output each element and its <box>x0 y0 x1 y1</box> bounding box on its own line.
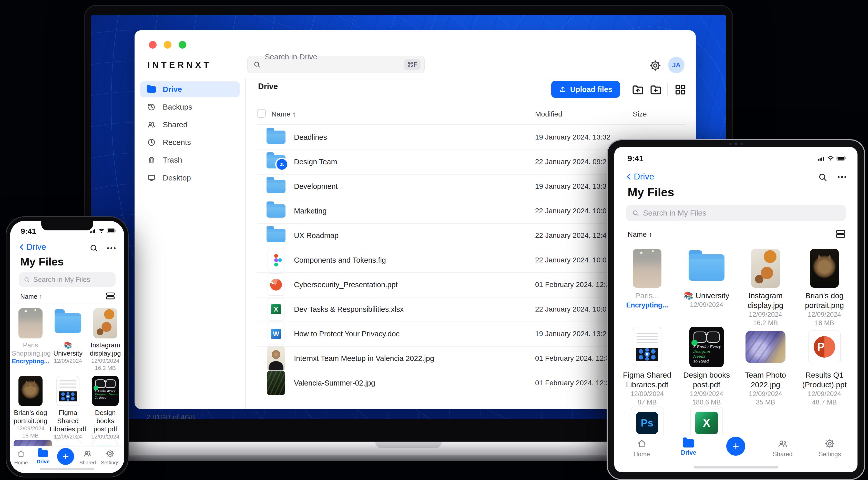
file-date: 12/09/2024 <box>797 390 852 398</box>
grid-item[interactable]: X <box>679 407 735 439</box>
drive-search-input[interactable]: Search in Drive ⌘F <box>247 56 425 73</box>
book-cover-line: To Read <box>95 396 117 400</box>
sidebar-item-desktop[interactable]: Desktop <box>140 170 240 186</box>
add-button[interactable]: + <box>57 448 74 465</box>
powerpoint-file-icon <box>268 273 284 296</box>
grid-item[interactable]: Ps <box>619 407 675 439</box>
file-name: Deadlines <box>294 125 327 149</box>
tab-drive[interactable]: Drive <box>672 438 705 456</box>
tab-label: Home <box>625 451 658 458</box>
home-indicator[interactable] <box>40 468 94 470</box>
file-modified: 22 January 2024. 10:08 <box>535 297 611 321</box>
figma-pdf-thumbnail <box>633 327 661 367</box>
file-date: 12/09/2024 <box>738 310 794 319</box>
column-header-name[interactable]: Name ↑ <box>271 110 296 118</box>
file-name: Team Photo 2022.jpg <box>738 370 794 390</box>
tab-settings[interactable]: Settings <box>813 438 846 458</box>
grid-item[interactable]: Brian's dog portrait.png 12/09/2024 18 M… <box>12 375 49 439</box>
more-icon[interactable] <box>107 247 116 249</box>
encrypting-status: Encrypting... <box>12 357 49 365</box>
sort-control[interactable]: Name ↑ <box>20 293 42 300</box>
book-cover-line: 5 Books Every <box>693 345 724 349</box>
search-placeholder: Search in My Files <box>33 276 90 284</box>
sidebar-item-drive[interactable]: Drive <box>140 81 240 97</box>
search-icon[interactable] <box>817 172 828 182</box>
page-title: My Files <box>628 185 674 199</box>
wifi-icon <box>98 228 105 234</box>
file-name: Instagram display.jpg <box>87 341 124 357</box>
tab-home[interactable]: Home <box>625 438 658 458</box>
tab-settings[interactable]: Settings <box>99 449 122 466</box>
file-date: 12/09/2024 <box>49 433 87 440</box>
back-button[interactable]: Drive <box>624 172 654 181</box>
paris-photo-thumbnail <box>633 249 661 288</box>
encrypting-status: Encrypting... <box>619 301 675 310</box>
chevron-left-icon <box>18 243 26 251</box>
column-header-size[interactable]: Size <box>633 110 647 118</box>
grid-item[interactable]: Paris Shopping.jpg Encrypting... <box>12 308 49 365</box>
tab-shared[interactable]: Shared <box>76 449 99 466</box>
select-all-checkbox[interactable] <box>257 109 266 118</box>
grid-item[interactable]: Paris... Encrypting... <box>619 247 675 310</box>
avatar[interactable]: JA <box>668 57 684 73</box>
history-icon <box>147 102 156 112</box>
gear-icon[interactable] <box>649 59 661 72</box>
minimize-window-button[interactable] <box>164 41 172 49</box>
sidebar-item-backups[interactable]: Backups <box>140 99 240 115</box>
zoom-window-button[interactable] <box>179 41 186 49</box>
sort-control[interactable]: Name ↑ <box>628 230 652 239</box>
figma-pdf-thumbnail <box>56 376 80 406</box>
grid-item[interactable]: 📚 University 12/09/2024 <box>679 247 735 309</box>
file-size: 48.7 MB <box>797 398 852 407</box>
list-view-icon[interactable] <box>105 291 116 301</box>
folder-icon <box>55 313 81 333</box>
close-window-button[interactable] <box>149 41 157 49</box>
grid-item[interactable]: Instagram display.jpg 12/09/2024 16.2 MB <box>87 308 124 372</box>
file-modified: 22 January 2024. 10:08 <box>535 199 611 223</box>
upload-files-button[interactable]: Upload files <box>551 81 620 98</box>
grid-item[interactable]: 5 Books Every Designer Needs To Read Des… <box>679 327 735 407</box>
gear-icon <box>105 449 115 458</box>
column-header-modified[interactable]: Modified <box>535 110 562 118</box>
grid-view-icon[interactable] <box>674 83 687 96</box>
grid-item[interactable]: Instagram display.jpg 12/09/2024 16.2 MB <box>738 247 794 327</box>
tab-home[interactable]: Home <box>10 449 33 466</box>
search-icon <box>253 60 261 69</box>
sidebar-item-recents[interactable]: Recents <box>140 134 240 150</box>
grid-item[interactable]: 📚 University 12/09/2024 <box>49 308 87 365</box>
book-cover-line: Designer Needs <box>95 393 117 396</box>
folder-icon <box>267 204 285 217</box>
powerpoint-logo-icon: P <box>814 336 835 357</box>
grid-item[interactable]: P Results Q1 (Product).ppt 12/09/2024 48… <box>797 327 852 407</box>
file-name: Brian's dog portrait.png <box>797 291 852 310</box>
grid-item[interactable]: Team Photo 2022.jpg 12/09/2024 35 MB <box>738 327 794 407</box>
back-button[interactable]: Drive <box>18 242 46 252</box>
page-title: My Files <box>20 255 64 268</box>
list-view-icon[interactable] <box>835 228 846 240</box>
search-input[interactable]: Search in My Files <box>626 205 846 221</box>
file-name: How to Protect Your Privacy.doc <box>294 321 400 346</box>
file-date: 12/09/2024 <box>797 310 852 319</box>
search-icon[interactable] <box>89 243 99 253</box>
new-folder-icon[interactable] <box>649 83 662 96</box>
home-icon <box>636 438 647 449</box>
add-button[interactable]: + <box>726 437 745 456</box>
search-placeholder: Search in Drive <box>265 53 404 76</box>
sidebar-item-trash[interactable]: Trash <box>140 152 240 168</box>
grid-item[interactable]: Figma Shared Libraries.pdf 12/09/2024 87… <box>49 375 87 447</box>
grid-item[interactable]: Brian's dog portrait.png 12/09/2024 18 M… <box>797 247 852 327</box>
tab-shared[interactable]: Shared <box>766 438 799 458</box>
upload-folder-icon[interactable] <box>631 83 645 96</box>
people-icon <box>147 120 156 129</box>
search-input[interactable]: Search in My Files <box>19 272 116 287</box>
file-modified: 19 January 2024. 13:32 <box>535 125 611 149</box>
status-icons <box>89 228 116 234</box>
grid-item[interactable]: Figma Shared Libraries.pdf 12/09/2024 87… <box>619 327 675 407</box>
storage-usage-label: 2.81GB of 4GB <box>146 413 195 419</box>
more-icon[interactable] <box>838 176 846 178</box>
sidebar-item-shared[interactable]: Shared <box>140 117 240 133</box>
grid-item[interactable]: 5 Books Every Designer Needs To Read Des… <box>87 375 124 447</box>
file-date: 12/09/2024 <box>87 433 124 440</box>
home-indicator[interactable] <box>694 466 778 469</box>
tab-drive[interactable]: Drive <box>32 449 55 465</box>
